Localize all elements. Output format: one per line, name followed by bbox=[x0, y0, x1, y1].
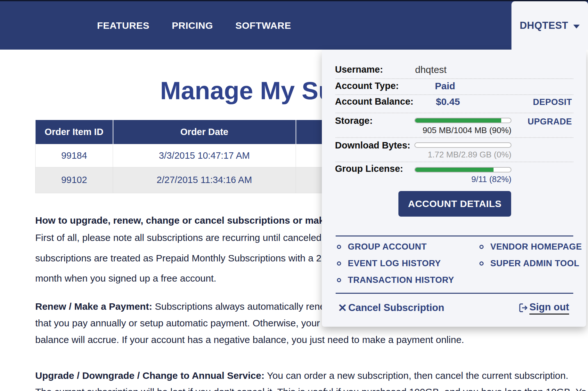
paragraph-line-upgrade: Upgrade / Downgrade / Change to Annual S… bbox=[35, 370, 568, 381]
paragraph-line: balance will accrue. If your account has… bbox=[35, 334, 464, 345]
section-divider bbox=[336, 293, 573, 294]
column-header-order-item-id: Order Item ID bbox=[36, 120, 113, 144]
link-label: VENDOR HOMEPAGE bbox=[490, 242, 582, 252]
circle-bullet-icon bbox=[479, 245, 484, 249]
divider bbox=[336, 78, 573, 79]
section-divider bbox=[336, 235, 573, 236]
upgrade-heading: Upgrade / Downgrade / Change to Annual S… bbox=[35, 370, 265, 381]
account-type-label: Account Type: bbox=[335, 81, 399, 91]
account-menu-label: DHQTEST bbox=[520, 20, 568, 31]
renew-text: Subscriptions always automatically rene bbox=[152, 301, 325, 312]
storage-progress-bar bbox=[414, 118, 511, 123]
order-date-cell: 2/27/2015 11:34:16 AM bbox=[113, 167, 296, 193]
paragraph-line-renew: Renew / Make a Payment: Subscriptions al… bbox=[35, 301, 325, 312]
account-details-button[interactable]: ACCOUNT DETAILS bbox=[398, 191, 511, 217]
transaction-history-link[interactable]: TRANSACTION HISTORY bbox=[337, 275, 454, 285]
nav-item-pricing[interactable]: PRICING bbox=[172, 20, 213, 31]
order-date-cell: 3/3/2015 10:47:17 AM bbox=[113, 144, 296, 167]
group-license-caption: 9/11 (82%) bbox=[351, 174, 511, 184]
cancel-subscription-label: Cancel Subscription bbox=[348, 302, 445, 314]
account-balance-value: $0.45 bbox=[436, 96, 460, 107]
column-header-extra bbox=[296, 120, 322, 144]
order-extra-cell bbox=[296, 144, 322, 167]
screen: FEATURES PRICING SOFTWARE DHQTEST Manage… bbox=[0, 0, 588, 391]
download-progress-bar bbox=[414, 142, 511, 148]
group-license-label: Group License: bbox=[335, 164, 403, 174]
circle-bullet-icon bbox=[479, 261, 484, 266]
account-balance-label: Account Balance: bbox=[335, 96, 413, 107]
orders-table: Order Item ID Order Date 99184 3/3/2015 … bbox=[35, 120, 322, 193]
top-navbar: FEATURES PRICING SOFTWARE bbox=[0, 1, 588, 50]
table-header-row: Order Item ID Order Date bbox=[36, 120, 322, 144]
group-license-progress-fill bbox=[415, 168, 494, 172]
upgrade-link[interactable]: UPGRADE bbox=[514, 117, 572, 127]
circle-bullet-icon bbox=[337, 261, 341, 266]
x-close-icon: ✕ bbox=[338, 302, 347, 313]
vendor-homepage-link[interactable]: VENDOR HOMEPAGE bbox=[479, 241, 582, 252]
download-bytes-label: Download Bytes: bbox=[335, 140, 410, 151]
order-item-id-cell[interactable]: 99102 bbox=[36, 167, 113, 193]
nav-item-features[interactable]: FEATURES bbox=[97, 20, 149, 31]
table-row: 99184 3/3/2015 10:47:17 AM bbox=[36, 144, 322, 167]
super-admin-tool-link[interactable]: SUPER ADMIN TOOL bbox=[479, 258, 579, 269]
storage-caption: 905 MB/1004 MB (90%) bbox=[351, 125, 511, 135]
nav-item-software[interactable]: SOFTWARE bbox=[235, 20, 291, 31]
nav-links: FEATURES PRICING SOFTWARE bbox=[97, 1, 291, 50]
sign-out-link[interactable]: Sign out bbox=[518, 301, 569, 315]
circle-bullet-icon bbox=[337, 245, 341, 249]
paragraph-line: that you pay annually or setup automatic… bbox=[35, 318, 320, 329]
page-title: Manage My Su bbox=[160, 76, 334, 105]
divider bbox=[336, 162, 573, 162]
link-label: GROUP ACCOUNT bbox=[348, 242, 427, 252]
upgrade-text: You can order a new subscription, then c… bbox=[265, 370, 568, 381]
link-label: TRANSACTION HISTORY bbox=[348, 275, 454, 285]
account-menu-tab[interactable]: DHQTEST bbox=[511, 1, 588, 50]
cancel-subscription-link[interactable]: ✕ Cancel Subscription bbox=[338, 301, 444, 315]
divider bbox=[336, 137, 573, 138]
storage-progress-fill bbox=[415, 118, 501, 123]
chevron-down-icon bbox=[573, 25, 580, 28]
order-extra-cell bbox=[296, 167, 322, 193]
column-header-order-date: Order Date bbox=[113, 120, 296, 144]
sign-out-icon bbox=[518, 302, 529, 313]
event-log-history-link[interactable]: EVENT LOG HISTORY bbox=[337, 258, 441, 269]
group-license-progress-bar bbox=[414, 167, 511, 172]
username-value: dhqtest bbox=[415, 64, 446, 75]
storage-label: Storage: bbox=[335, 116, 373, 126]
renew-heading: Renew / Make a Payment: bbox=[35, 301, 152, 312]
window-top-edge bbox=[0, 0, 588, 1]
circle-bullet-icon bbox=[337, 278, 341, 282]
paragraph-line: The current subscription will be lost if… bbox=[35, 387, 586, 391]
link-label: SUPER ADMIN TOOL bbox=[490, 259, 579, 268]
group-account-link[interactable]: GROUP ACCOUNT bbox=[337, 241, 427, 252]
divider bbox=[336, 94, 573, 95]
account-type-value: Paid bbox=[435, 81, 455, 92]
sign-out-label: Sign out bbox=[529, 301, 569, 315]
order-item-id-cell[interactable]: 99184 bbox=[36, 144, 113, 167]
deposit-link[interactable]: DEPOSIT bbox=[514, 97, 572, 107]
account-dropdown-panel: Username: dhqtest Account Type: Paid Acc… bbox=[322, 50, 586, 327]
download-caption: 1.72 MB/2.89 GB (0%) bbox=[351, 150, 511, 160]
paragraph-line: month when you signed up a free account. bbox=[35, 273, 216, 284]
paragraph-heading-how-to: How to upgrade, renew, change or cancel … bbox=[35, 215, 324, 226]
table-row: 99102 2/27/2015 11:34:16 AM bbox=[36, 167, 322, 193]
paragraph-line: First of all, please note all subscripti… bbox=[35, 232, 322, 243]
username-label: Username: bbox=[335, 64, 383, 75]
paragraph-line: subscriptions are treated as Prepaid Mon… bbox=[35, 253, 322, 264]
link-label: EVENT LOG HISTORY bbox=[348, 259, 441, 268]
divider bbox=[336, 113, 573, 113]
